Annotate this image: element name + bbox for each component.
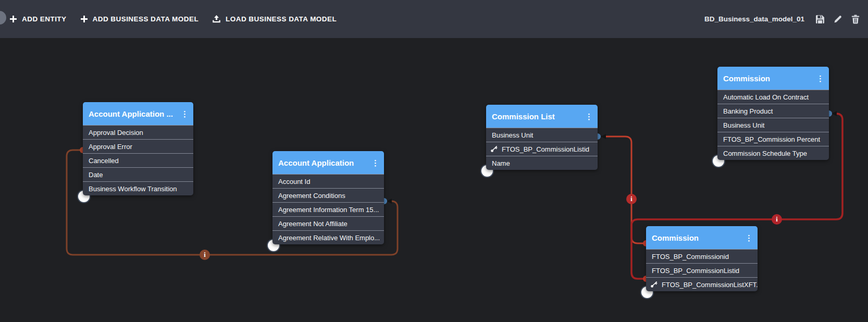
field-row[interactable]: Agreement Relative With Emplo... (272, 230, 384, 244)
entity-title: Commission (652, 233, 699, 242)
entity-account-application-truncated[interactable]: Account Application ... ⋮ Approval Decis… (83, 102, 193, 195)
field-row[interactable]: Account Id (272, 174, 384, 188)
entity-field-list: FTOS_BP_Commissionid FTOS_BP_CommissionL… (646, 249, 758, 291)
diagram-canvas[interactable]: Account Application ... ⋮ Approval Decis… (0, 38, 868, 322)
field-row[interactable]: FTOS_BP_Commission Percent (717, 132, 829, 146)
key-icon (650, 281, 658, 288)
relation-info-badge[interactable]: i (200, 250, 210, 260)
key-icon (490, 145, 498, 153)
entity-title: Account Application ... (89, 109, 173, 118)
kebab-menu-icon[interactable]: ⋮ (816, 75, 824, 82)
plus-icon (9, 15, 17, 23)
field-row[interactable]: Automatic Load On Contract (717, 90, 829, 104)
entity-field-list: Approval Decision Approval Error Cancell… (83, 125, 193, 195)
arrowhead-icon (601, 134, 606, 139)
entity-commission-top[interactable]: Commission ⋮ Automatic Load On Contract … (717, 67, 829, 160)
entity-title: Commission List (492, 112, 555, 121)
entity-field-list: Automatic Load On Contract Banking Produ… (717, 90, 829, 160)
load-business-data-model-button[interactable]: LOAD BUSINESS DATA MODEL (212, 15, 337, 23)
field-row[interactable]: FTOS_BP_Commissionid (646, 249, 758, 263)
load-business-data-model-label: LOAD BUSINESS DATA MODEL (226, 15, 337, 23)
entity-account-application[interactable]: Account Application ⋮ Account Id Agreeme… (272, 151, 384, 244)
field-row[interactable]: Date (83, 167, 193, 181)
field-row[interactable]: Agreement Not Affiliate (272, 216, 384, 230)
toolbar-right-group: BD_Business_data_model_01 (704, 15, 868, 24)
field-row[interactable]: Commission Schedule Type (717, 146, 829, 160)
kebab-menu-icon[interactable]: ⋮ (745, 234, 753, 242)
entity-header[interactable]: Account Application ⋮ (272, 151, 384, 174)
field-row[interactable]: Name (486, 156, 598, 170)
relation-info-badge[interactable]: i (626, 194, 637, 204)
field-row[interactable]: Business Unit (717, 118, 829, 132)
toolbar-left-group: ADD ENTITY ADD BUSINESS DATA MODEL LOAD … (0, 15, 337, 23)
entity-header[interactable]: Account Application ... ⋮ (83, 102, 193, 125)
save-icon[interactable] (815, 15, 825, 24)
entity-title: Commission (723, 74, 770, 83)
relation-info-badge[interactable]: i (772, 214, 782, 225)
arrowhead-icon (387, 199, 392, 204)
field-row[interactable]: Business Unit (486, 128, 598, 142)
entity-title: Account Application (278, 158, 354, 167)
kebab-menu-icon[interactable]: ⋮ (181, 110, 189, 118)
plus-icon (80, 15, 88, 23)
field-row[interactable]: Banking Product (717, 104, 829, 118)
toolbar: ADD ENTITY ADD BUSINESS DATA MODEL LOAD … (0, 0, 868, 38)
upload-icon (212, 15, 221, 23)
pencil-icon[interactable] (834, 15, 842, 23)
field-row[interactable]: Cancelled (83, 153, 193, 167)
field-row[interactable]: Approval Error (83, 139, 193, 153)
field-row[interactable]: Agreement Conditions (272, 188, 384, 202)
field-row[interactable]: Agreement Information Term 15... (272, 202, 384, 216)
kebab-menu-icon[interactable]: ⋮ (371, 159, 379, 167)
entity-field-list: Business Unit FTOS_BP_CommissionListid N… (486, 128, 598, 170)
field-row[interactable]: Business Workflow Transition (83, 181, 193, 195)
model-name: BD_Business_data_model_01 (704, 15, 804, 23)
field-row[interactable]: FTOS_BP_CommissionListid (646, 263, 758, 277)
add-entity-label: ADD ENTITY (22, 15, 67, 23)
field-label: FTOS_BP_CommissionListid (502, 145, 589, 153)
entity-field-list: Account Id Agreement Conditions Agreemen… (272, 174, 384, 244)
add-business-data-model-button[interactable]: ADD BUSINESS DATA MODEL (80, 15, 199, 23)
field-row-key[interactable]: FTOS_BP_CommissionListXFT... (646, 277, 758, 291)
entity-header[interactable]: Commission ⋮ (646, 226, 758, 249)
field-row-key[interactable]: FTOS_BP_CommissionListid (486, 142, 598, 156)
field-label: FTOS_BP_CommissionListXFT... (662, 281, 758, 289)
entity-commission-bottom[interactable]: Commission ⋮ FTOS_BP_Commissionid FTOS_B… (646, 226, 758, 291)
entity-header[interactable]: Commission ⋮ (717, 67, 829, 90)
wire-commission-to-list[interactable] (605, 137, 646, 243)
trash-icon[interactable] (851, 15, 860, 24)
entity-header[interactable]: Commission List ⋮ (486, 105, 598, 128)
add-entity-button[interactable]: ADD ENTITY (9, 15, 67, 23)
entity-commission-list[interactable]: Commission List ⋮ Business Unit FTOS_BP_… (486, 105, 598, 170)
arrowhead-icon (832, 111, 837, 116)
add-business-data-model-label: ADD BUSINESS DATA MODEL (93, 15, 199, 23)
field-row[interactable]: Approval Decision (83, 125, 193, 139)
kebab-menu-icon[interactable]: ⋮ (585, 113, 593, 120)
